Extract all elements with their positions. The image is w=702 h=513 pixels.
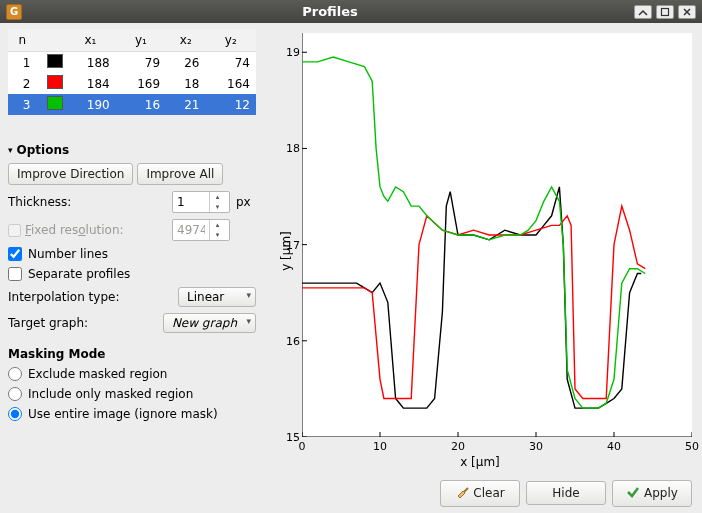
- spin-down-icon[interactable]: ▾: [209, 202, 225, 212]
- cell-color: [36, 73, 65, 94]
- x-axis-label: x [µm]: [460, 455, 500, 469]
- window-title: Profiles: [30, 4, 630, 19]
- hide-button[interactable]: Hide: [526, 481, 606, 505]
- plot-canvas[interactable]: [302, 33, 692, 437]
- thickness-unit: px: [236, 195, 256, 209]
- close-button[interactable]: [678, 5, 696, 19]
- cell-n: 2: [8, 73, 36, 94]
- table-row[interactable]: 218416918164: [8, 73, 256, 94]
- check-icon: [626, 485, 640, 502]
- app-icon: G: [6, 4, 22, 20]
- table-header[interactable]: n: [8, 29, 36, 52]
- x-tick-label: 20: [451, 440, 465, 453]
- svg-line-15: [464, 488, 468, 492]
- mask-include-radio[interactable]: [8, 387, 22, 401]
- spin-down-icon: ▾: [209, 230, 225, 240]
- interp-label: Interpolation type:: [8, 290, 172, 304]
- titlebar: G Profiles: [0, 0, 702, 23]
- number-lines-checkbox[interactable]: [8, 247, 22, 261]
- fixed-res-spinner: ▴▾: [172, 219, 230, 241]
- mask-include-label: Include only masked region: [28, 387, 193, 401]
- x-tick-label: 30: [529, 440, 543, 453]
- separate-profiles-checkbox[interactable]: [8, 267, 22, 281]
- options-header: Options: [17, 143, 70, 157]
- cell-x2: 21: [166, 94, 205, 115]
- fixed-res-input: [173, 223, 209, 237]
- table-row[interactable]: 1188792674: [8, 52, 256, 74]
- separate-profiles-label: Separate profiles: [28, 267, 130, 281]
- cell-n: 3: [8, 94, 36, 115]
- clear-button[interactable]: Clear: [440, 480, 520, 507]
- svg-rect-0: [662, 8, 669, 15]
- dialog-footer: Clear Hide Apply: [0, 473, 702, 513]
- apply-label: Apply: [644, 486, 678, 500]
- cell-y1: 79: [116, 52, 166, 74]
- x-tick-label: 50: [685, 440, 699, 453]
- table-header[interactable]: y₁: [116, 29, 166, 52]
- cell-x1: 190: [65, 94, 115, 115]
- series-profile-1: [302, 187, 641, 408]
- apply-button[interactable]: Apply: [612, 480, 692, 507]
- cell-x2: 26: [166, 52, 205, 74]
- options-expander[interactable]: ▾ Options: [8, 143, 256, 157]
- thickness-input[interactable]: [173, 195, 209, 209]
- plot-svg: [302, 33, 692, 437]
- table-header[interactable]: y₂: [206, 29, 256, 52]
- x-tick-label: 40: [607, 440, 621, 453]
- cell-y2: 12: [206, 94, 256, 115]
- target-label: Target graph:: [8, 316, 157, 330]
- spin-up-icon[interactable]: ▴: [209, 192, 225, 202]
- improve-direction-button[interactable]: Improve Direction: [8, 163, 133, 185]
- x-tick-label: 0: [299, 440, 306, 453]
- interp-select[interactable]: Linear: [178, 287, 256, 307]
- mask-exclude-label: Exclude masked region: [28, 367, 167, 381]
- mask-entire-radio[interactable]: [8, 407, 22, 421]
- series-profile-3: [302, 57, 645, 408]
- table-header[interactable]: x₁: [65, 29, 115, 52]
- table-header[interactable]: x₂: [166, 29, 205, 52]
- mask-exclude-radio[interactable]: [8, 367, 22, 381]
- minimize-button[interactable]: [634, 5, 652, 19]
- y-tick-label: 19: [282, 46, 300, 59]
- table-header-color[interactable]: [36, 29, 65, 52]
- spin-up-icon: ▴: [209, 220, 225, 230]
- cell-x1: 188: [65, 52, 115, 74]
- table-row[interactable]: 3190162112: [8, 94, 256, 115]
- cell-x2: 18: [166, 73, 205, 94]
- cell-n: 1: [8, 52, 36, 74]
- thickness-label: Thickness:: [8, 195, 166, 209]
- cell-y2: 164: [206, 73, 256, 94]
- cell-color: [36, 94, 65, 115]
- x-tick-label: 10: [373, 440, 387, 453]
- clear-label: Clear: [473, 486, 504, 500]
- number-lines-label: Number lines: [28, 247, 108, 261]
- cell-y2: 74: [206, 52, 256, 74]
- mask-entire-label: Use entire image (ignore mask): [28, 407, 218, 421]
- fixed-res-checkbox[interactable]: [8, 224, 21, 237]
- y-tick-label: 15: [282, 431, 300, 444]
- left-panel: nx₁y₁x₂y₂ 118879267421841691816431901621…: [8, 29, 256, 473]
- cell-x1: 184: [65, 73, 115, 94]
- y-tick-label: 17: [282, 238, 300, 251]
- chart-area: y [µm] x [µm] 151617181901020304050: [266, 29, 694, 473]
- chevron-down-icon: ▾: [8, 145, 13, 155]
- cell-color: [36, 52, 65, 74]
- profiles-table[interactable]: nx₁y₁x₂y₂ 118879267421841691816431901621…: [8, 29, 256, 115]
- cell-y1: 16: [116, 94, 166, 115]
- cell-y1: 169: [116, 73, 166, 94]
- fixed-res-label: Fixed resolution:: [25, 223, 166, 237]
- y-tick-label: 16: [282, 334, 300, 347]
- target-graph-select[interactable]: New graph: [163, 313, 256, 333]
- broom-icon: [455, 485, 469, 502]
- y-tick-label: 18: [282, 142, 300, 155]
- improve-all-button[interactable]: Improve All: [137, 163, 223, 185]
- thickness-spinner[interactable]: ▴▾: [172, 191, 230, 213]
- masking-header: Masking Mode: [8, 347, 256, 361]
- maximize-button[interactable]: [656, 5, 674, 19]
